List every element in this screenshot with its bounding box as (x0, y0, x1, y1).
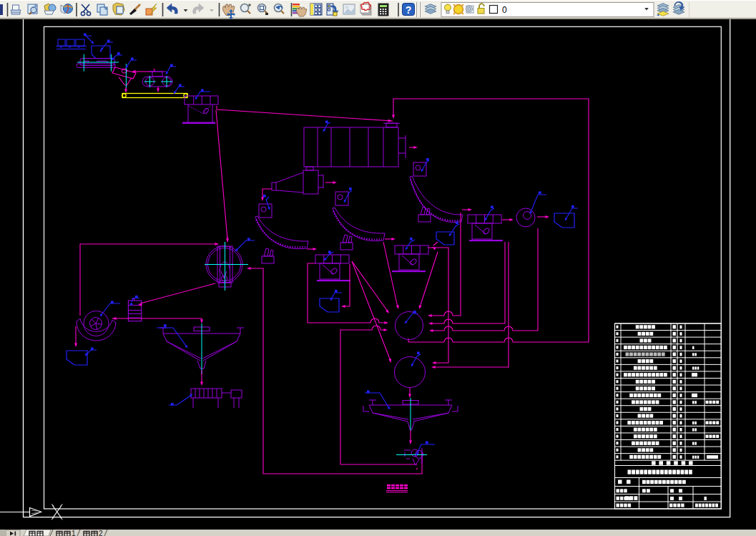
svg-text:1: 1 (72, 530, 76, 536)
svg-text:2: 2 (99, 530, 103, 536)
svg-text:?: ? (406, 4, 412, 16)
svg-text:0: 0 (502, 5, 507, 15)
